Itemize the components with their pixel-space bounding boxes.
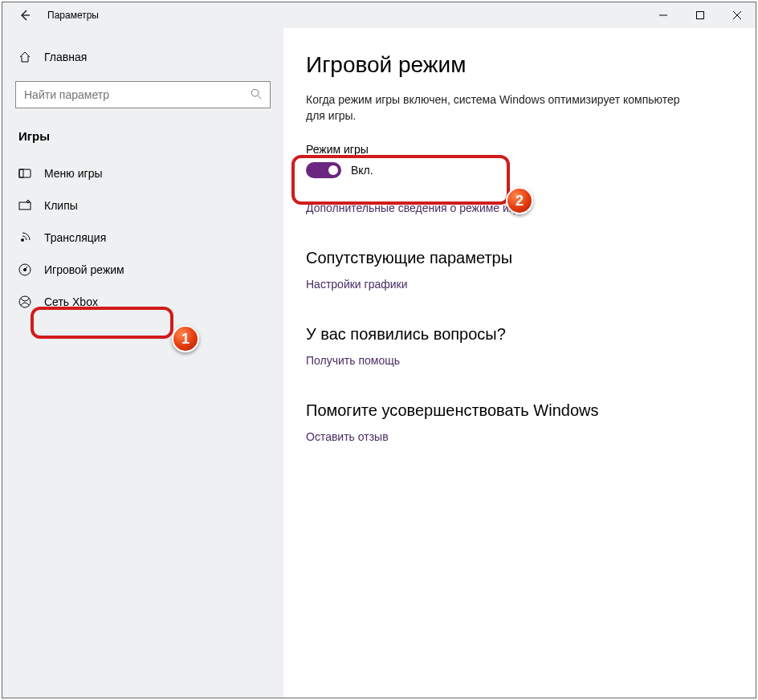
annotation-highlight-1 — [31, 307, 173, 339]
annotation-badge-2: 2 — [506, 187, 533, 214]
sidebar-category: Игры — [2, 120, 283, 157]
settings-window: Параметры Главная — [2, 2, 756, 698]
minimize-button[interactable] — [645, 2, 682, 28]
page-title: Игровой режим — [306, 52, 733, 78]
back-button[interactable] — [17, 7, 33, 23]
sidebar-item-home[interactable]: Главная — [2, 41, 283, 73]
svg-point-6 — [22, 239, 24, 242]
main-content: Игровой режим Когда режим игры включен, … — [283, 28, 756, 698]
page-description: Когда режим игры включен, система Window… — [306, 92, 691, 124]
sidebar-item-label: Главная — [44, 51, 87, 63]
game-mode-icon — [18, 263, 31, 276]
sidebar-item-label: Меню игры — [44, 167, 103, 180]
annotation-highlight-2 — [291, 155, 510, 205]
related-settings-header: Сопутствующие параметры — [306, 249, 733, 267]
svg-rect-4 — [19, 202, 31, 210]
search-icon — [251, 88, 262, 102]
svg-point-8 — [24, 269, 26, 271]
broadcast-icon — [18, 231, 31, 244]
sidebar-item-game-mode[interactable]: Игровой режим — [2, 254, 283, 286]
annotation-badge-1: 1 — [172, 325, 199, 352]
feedback-header: Помогите усовершенствовать Windows — [306, 401, 733, 420]
sidebar-item-broadcasting[interactable]: Трансляция — [2, 222, 283, 254]
xbox-icon — [18, 295, 31, 308]
sidebar-item-label: Игровой режим — [44, 263, 124, 276]
body: Главная Игры Меню игры Клипы — [2, 28, 756, 698]
svg-rect-2 — [19, 169, 31, 177]
give-feedback-link[interactable]: Оставить отзыв — [306, 430, 389, 443]
titlebar: Параметры — [2, 2, 756, 28]
sidebar-item-captures[interactable]: Клипы — [2, 189, 283, 222]
graphics-settings-link[interactable]: Настройки графики — [306, 278, 408, 291]
close-icon — [733, 11, 741, 19]
help-header: У вас появились вопросы? — [306, 325, 733, 344]
sidebar-item-label: Клипы — [44, 199, 78, 212]
search-field[interactable] — [24, 88, 251, 101]
toggle-label: Режим игры — [306, 143, 733, 156]
close-button[interactable] — [719, 2, 756, 28]
svg-point-1 — [251, 89, 259, 96]
search-input[interactable] — [15, 81, 271, 108]
maximize-button[interactable] — [682, 2, 719, 28]
svg-point-9 — [19, 296, 31, 307]
game-bar-icon — [18, 167, 31, 180]
home-icon — [18, 51, 31, 63]
window-controls — [645, 2, 756, 28]
minimize-icon — [659, 11, 667, 19]
captures-icon — [18, 199, 31, 212]
sidebar-item-game-bar[interactable]: Меню игры — [2, 157, 283, 189]
sidebar: Главная Игры Меню игры Клипы — [2, 28, 283, 698]
arrow-left-icon — [18, 9, 31, 22]
svg-rect-3 — [19, 169, 23, 177]
maximize-icon — [696, 11, 704, 19]
sidebar-item-label: Трансляция — [44, 231, 106, 244]
get-help-link[interactable]: Получить помощь — [306, 354, 400, 367]
svg-rect-0 — [697, 12, 704, 19]
svg-point-5 — [27, 201, 30, 203]
window-title: Параметры — [47, 10, 99, 21]
